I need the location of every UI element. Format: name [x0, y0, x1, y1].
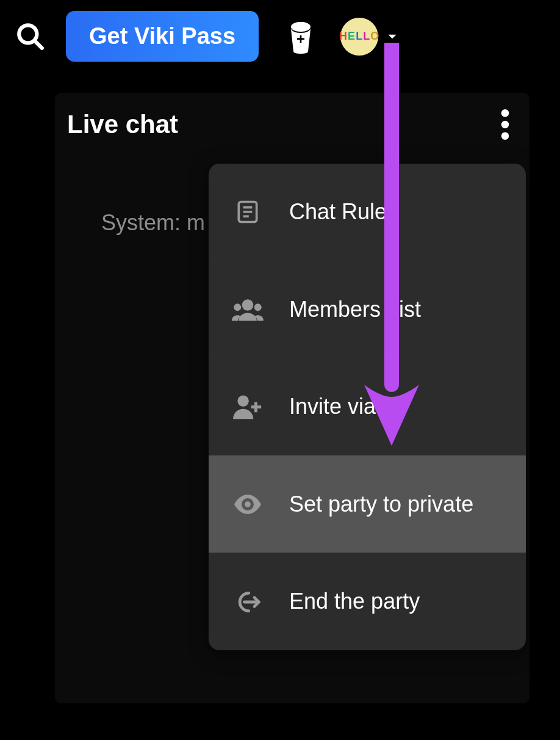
rules-icon: [229, 198, 266, 225]
svg-text:+: +: [296, 31, 305, 47]
menu-item-invite[interactable]: Invite via ...: [209, 358, 526, 455]
svg-point-13: [234, 303, 241, 311]
more-vert-icon: [501, 109, 509, 140]
chat-options-menu: Chat Rules Members List Invite via ...: [209, 164, 526, 650]
menu-item-label: Members List: [289, 295, 505, 325]
svg-point-18: [245, 501, 251, 507]
menu-item-end-party[interactable]: End the party: [209, 553, 526, 650]
chat-header: Live chat: [67, 106, 517, 143]
svg-point-6: [501, 121, 509, 129]
menu-item-members-list[interactable]: Members List: [209, 261, 526, 358]
profile-menu-button[interactable]: HELLO: [340, 18, 400, 56]
exit-icon: [229, 589, 266, 615]
svg-point-7: [501, 132, 509, 140]
members-icon: [229, 296, 266, 323]
menu-item-set-private[interactable]: Set party to private: [209, 455, 526, 553]
invite-icon: [229, 393, 266, 420]
menu-item-label: Set party to private: [289, 490, 505, 520]
chevron-down-icon: [384, 29, 400, 45]
svg-point-5: [501, 109, 509, 117]
menu-item-label: Chat Rules: [289, 197, 505, 227]
svg-point-14: [254, 303, 262, 311]
visibility-icon: [229, 491, 266, 518]
chat-options-button[interactable]: [493, 106, 517, 143]
get-viki-pass-label: Get Viki Pass: [89, 23, 235, 49]
chat-title: Live chat: [67, 110, 178, 139]
menu-item-label: Invite via ...: [289, 392, 505, 422]
get-viki-pass-button[interactable]: Get Viki Pass: [66, 11, 259, 62]
svg-point-15: [237, 396, 248, 407]
popcorn-button[interactable]: +: [279, 18, 316, 55]
popcorn-icon: +: [285, 20, 316, 54]
search-icon: [15, 21, 46, 52]
menu-item-chat-rules[interactable]: Chat Rules: [209, 164, 526, 261]
svg-rect-17: [251, 406, 262, 409]
svg-line-1: [35, 41, 41, 48]
search-button[interactable]: [12, 18, 49, 55]
menu-item-label: End the party: [289, 587, 505, 617]
svg-point-12: [242, 299, 254, 311]
avatar: HELLO: [340, 18, 378, 56]
top-bar: Get Viki Pass + HELLO: [0, 0, 560, 68]
